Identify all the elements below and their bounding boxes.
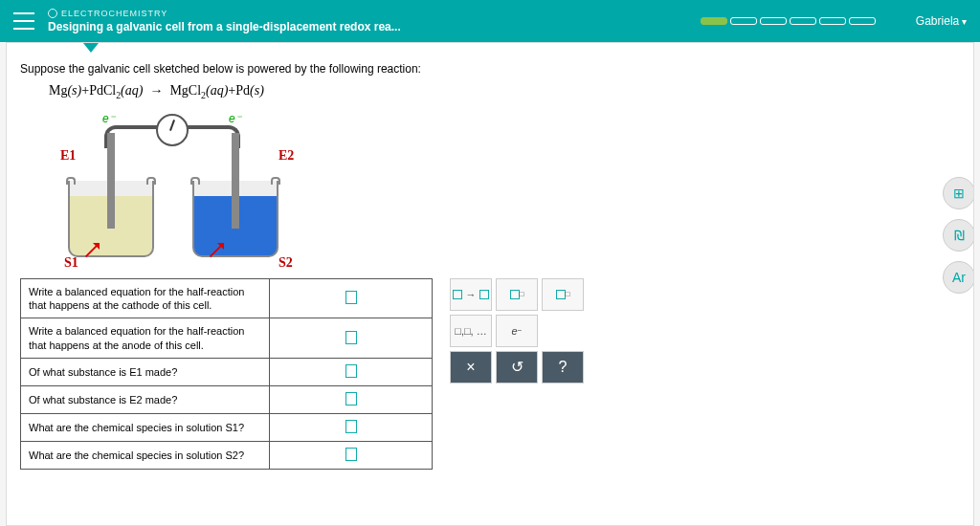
- intro-text: Suppose the galvanic cell sketched below…: [20, 62, 960, 76]
- answer-input[interactable]: [270, 358, 433, 385]
- arrow-s1-icon: [81, 240, 104, 263]
- question-row: What are the chemical species in solutio…: [21, 413, 270, 441]
- answer-input[interactable]: [270, 385, 433, 413]
- label-e1: E1: [60, 148, 76, 164]
- question-row: Of what substance is E1 made?: [21, 358, 270, 385]
- answer-input[interactable]: [270, 413, 433, 441]
- pointer-icon: [83, 43, 99, 53]
- arrow-s2-icon: [206, 240, 229, 263]
- reaction-equation: Mg(s)+PdCl2(aq) → MgCl2(aq)+Pd(s): [49, 83, 960, 100]
- periodic-table-icon[interactable]: Ar: [943, 261, 974, 294]
- label-e2: E2: [278, 148, 294, 164]
- calculator-icon[interactable]: ⊞: [943, 177, 974, 209]
- galvanic-cell-figure: e⁻ e⁻ E1 E2 S1 S2: [58, 106, 307, 269]
- answer-input[interactable]: [270, 441, 433, 469]
- subscript-button[interactable]: □: [496, 278, 538, 311]
- help-button[interactable]: ?: [542, 351, 584, 384]
- undo-button[interactable]: ↺: [496, 351, 538, 384]
- top-bar: ELECTROCHEMISTRY Designing a galvanic ce…: [0, 0, 980, 42]
- electrode-e1: [107, 133, 115, 229]
- electron-button[interactable]: e−: [496, 315, 538, 347]
- question-row: What are the chemical species in solutio…: [21, 441, 270, 469]
- side-toolbar: ⊞ ₪ Ar: [943, 177, 974, 294]
- electron-flow-left: e⁻: [102, 112, 115, 125]
- label-s2: S2: [278, 255, 293, 271]
- yields-button[interactable]: →: [450, 278, 492, 311]
- electron-flow-right: e⁻: [229, 112, 241, 125]
- answer-input[interactable]: [270, 278, 433, 318]
- category-label: ELECTROCHEMISTRY: [48, 9, 687, 18]
- page-title: Designing a galvanic cell from a single-…: [48, 20, 687, 33]
- question-row: Write a balanced equation for the half-r…: [21, 318, 270, 359]
- voltmeter-icon: [156, 114, 189, 146]
- question-table: Write a balanced equation for the half-r…: [20, 278, 433, 470]
- answer-input[interactable]: [270, 318, 433, 359]
- progress-indicator: [701, 17, 876, 25]
- data-table-icon[interactable]: ₪: [943, 219, 974, 252]
- electrode-e2: [232, 133, 239, 229]
- content-panel: Suppose the galvanic cell sketched below…: [6, 42, 974, 526]
- question-row: Of what substance is E2 made?: [21, 385, 270, 413]
- ion-list-button[interactable]: □,□, …: [450, 315, 492, 347]
- user-menu[interactable]: Gabriela: [916, 14, 967, 28]
- symbol-palette: → □ □ □,□, … e− × ↺ ?: [450, 278, 584, 384]
- breadcrumb: ELECTROCHEMISTRY Designing a galvanic ce…: [48, 9, 687, 33]
- label-s1: S1: [64, 255, 78, 271]
- menu-icon[interactable]: [13, 12, 34, 30]
- superscript-button[interactable]: □: [542, 278, 584, 311]
- question-row: Write a balanced equation for the half-r…: [21, 278, 270, 318]
- clear-button[interactable]: ×: [450, 351, 492, 384]
